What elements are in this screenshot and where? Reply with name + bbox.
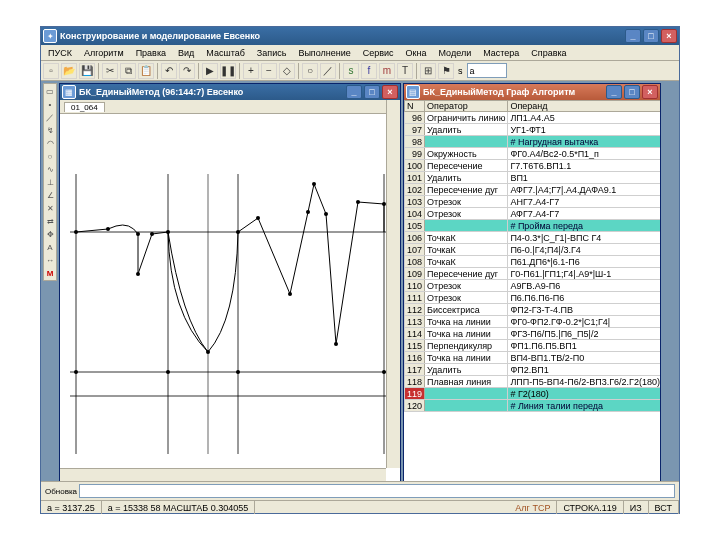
menu-окна[interactable]: Окна: [403, 47, 430, 59]
menu-запись[interactable]: Запись: [254, 47, 290, 59]
new[interactable]: ▫: [43, 63, 59, 79]
drawing-maximize-button[interactable]: □: [364, 85, 380, 99]
minimize-button[interactable]: _: [625, 29, 641, 43]
table-row[interactable]: 119# Г2(180): [405, 388, 661, 400]
M[interactable]: M: [44, 267, 56, 279]
menu-выполнение[interactable]: Выполнение: [295, 47, 353, 59]
algo-minimize-button[interactable]: _: [606, 85, 622, 99]
statusbar: a = 3137.25 а = 15338 58 МАСШТАБ 0.30405…: [41, 500, 679, 514]
table-row[interactable]: 99ОкружностьФГ0.А4/Вс2-0.5*П1_п: [405, 148, 661, 160]
perp-tool[interactable]: ⊥: [44, 176, 56, 188]
intersect-tool[interactable]: ✕: [44, 202, 56, 214]
angle-tool[interactable]: ∠: [44, 189, 56, 201]
save[interactable]: 💾: [79, 63, 95, 79]
algo-maximize-button[interactable]: □: [624, 85, 640, 99]
table-row[interactable]: 112БиссектрисаФП2-Г3-Т-4.ПВ: [405, 304, 661, 316]
s-icon[interactable]: s: [343, 63, 359, 79]
table-row[interactable]: 113Точка на линииФГ0-ФП2.ГФ-0.2*|C1;Г4|: [405, 316, 661, 328]
col-operand[interactable]: Операнд: [508, 101, 660, 112]
col-operator[interactable]: Оператор: [425, 101, 508, 112]
algorithm-table: N Оператор Операнд 96Ограничить линиюЛП1…: [404, 100, 660, 412]
menu-справка[interactable]: Справка: [528, 47, 569, 59]
line[interactable]: ／: [320, 63, 336, 79]
drawing-vscroll[interactable]: [386, 100, 400, 468]
fit[interactable]: ◇: [279, 63, 295, 79]
drawing-minimize-button[interactable]: _: [346, 85, 362, 99]
table-row[interactable]: 115ПерпендикулярФП1.П6.П5.ВП1: [405, 340, 661, 352]
dim-tool[interactable]: ↔: [44, 254, 56, 266]
table-row[interactable]: 98# Нагрудная вытачка: [405, 136, 661, 148]
table-row[interactable]: 110ОтрезокА9ГВ.А9-П6: [405, 280, 661, 292]
drawing-hscroll[interactable]: [60, 468, 386, 482]
arc-tool[interactable]: ◠: [44, 137, 56, 149]
table-row[interactable]: 114Точка на линииФГЗ-П6/П5.|П6_П5|/2: [405, 328, 661, 340]
table-row[interactable]: 107ТочкаКП6-0.|Г4;П4|/3.Г4: [405, 244, 661, 256]
drawing-canvas[interactable]: [60, 114, 400, 468]
table-row[interactable]: 100ПересечениеГ7.Т6Т6.ВП1.1: [405, 160, 661, 172]
line-tool[interactable]: ／: [44, 111, 56, 123]
row-operand: П6-0.|Г4;П4|/3.Г4: [508, 244, 660, 256]
m-icon[interactable]: m: [379, 63, 395, 79]
cut[interactable]: ✂: [102, 63, 118, 79]
spline-tool[interactable]: ∿: [44, 163, 56, 175]
algorithm-table-scroll[interactable]: N Оператор Операнд 96Ограничить линиюЛП1…: [404, 100, 660, 482]
row-operand: А9ГВ.А9-П6: [508, 280, 660, 292]
table-row[interactable]: 97УдалитьУГ1-ФТ1: [405, 124, 661, 136]
table-row[interactable]: 118Плавная линияЛПП-П5-ВП4-П6/2-ВП3.Г6/2…: [405, 376, 661, 388]
menu-мастера[interactable]: Мастера: [480, 47, 522, 59]
circle[interactable]: ○: [302, 63, 318, 79]
table-row[interactable]: 103ОтрезокАНГ7.А4-Г7: [405, 196, 661, 208]
run[interactable]: ▶: [202, 63, 218, 79]
menu-алгоритм[interactable]: Алгоритм: [81, 47, 127, 59]
mirror-tool[interactable]: ⇄: [44, 215, 56, 227]
maximize-button[interactable]: □: [643, 29, 659, 43]
paste[interactable]: 📋: [138, 63, 154, 79]
copy[interactable]: ⧉: [120, 63, 136, 79]
command-input[interactable]: [79, 484, 675, 498]
zoom-out[interactable]: −: [261, 63, 277, 79]
row-operand: УГ1-ФТ1: [508, 124, 660, 136]
flag-icon[interactable]: ⚑: [438, 63, 454, 79]
col-n[interactable]: N: [405, 101, 425, 112]
row-operand: ЛП1.A4.A5: [508, 112, 660, 124]
t-icon[interactable]: T: [397, 63, 413, 79]
row-num: 118: [405, 376, 425, 388]
svg-point-21: [334, 342, 338, 346]
open[interactable]: 📂: [61, 63, 77, 79]
close-button[interactable]: ×: [661, 29, 677, 43]
table-row[interactable]: 102Пересечение дугАФГ7.|А4;Г7|.А4.ДАФА9.…: [405, 184, 661, 196]
table-row[interactable]: 111ОтрезокП6.П6.П6-П6: [405, 292, 661, 304]
table-row[interactable]: 109Пересечение дугГ0-П61.|ГП1;Г4|.А9*|Ш-…: [405, 268, 661, 280]
move-tool[interactable]: ✥: [44, 228, 56, 240]
menu-правка[interactable]: Правка: [133, 47, 169, 59]
table-row[interactable]: 108ТочкаКП61.ДП6*|6.1-П6: [405, 256, 661, 268]
table-row[interactable]: 116Точка на линииВП4-ВП1.ТВ/2-П0: [405, 352, 661, 364]
menu-масштаб[interactable]: Масштаб: [203, 47, 248, 59]
text-tool[interactable]: A: [44, 241, 56, 253]
menu-модели[interactable]: Модели: [436, 47, 475, 59]
select-tool[interactable]: ▭: [44, 85, 56, 97]
menu-сервис[interactable]: Сервис: [360, 47, 397, 59]
drawing-tab[interactable]: 01_064: [64, 102, 105, 112]
table-row[interactable]: 106ТочкаКП4-0.3*|С_Г1|-ВПС Г4: [405, 232, 661, 244]
table-row[interactable]: 105# Пройма переда: [405, 220, 661, 232]
point-tool[interactable]: •: [44, 98, 56, 110]
menu-вид[interactable]: Вид: [175, 47, 197, 59]
redo[interactable]: ↷: [179, 63, 195, 79]
table-row[interactable]: 117УдалитьФП2.ВП1: [405, 364, 661, 376]
drawing-close-button[interactable]: ×: [382, 85, 398, 99]
table-row[interactable]: 104ОтрезокАФГ7.А4-Г7: [405, 208, 661, 220]
snap-icon[interactable]: ⊞: [420, 63, 436, 79]
table-row[interactable]: 96Ограничить линиюЛП1.A4.A5: [405, 112, 661, 124]
menu-пуск[interactable]: ПУСК: [45, 47, 75, 59]
table-row[interactable]: 101УдалитьВП1: [405, 172, 661, 184]
f-icon[interactable]: f: [361, 63, 377, 79]
zoom-in[interactable]: +: [243, 63, 259, 79]
undo[interactable]: ↶: [161, 63, 177, 79]
algo-close-button[interactable]: ×: [642, 85, 658, 99]
s-combo-input[interactable]: [467, 63, 507, 78]
pause[interactable]: ❚❚: [220, 63, 236, 79]
polyline-tool[interactable]: ↯: [44, 124, 56, 136]
table-row[interactable]: 120# Линия талии переда: [405, 400, 661, 412]
circle-tool[interactable]: ○: [44, 150, 56, 162]
